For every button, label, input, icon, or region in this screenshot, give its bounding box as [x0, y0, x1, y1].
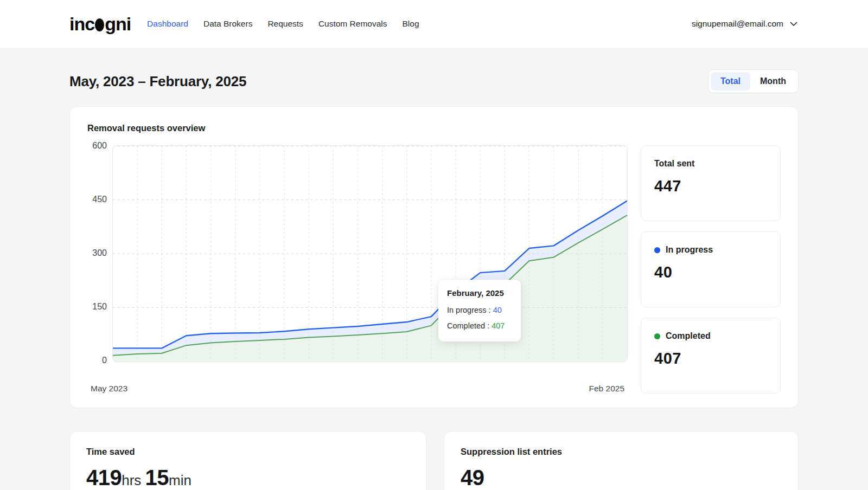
- tooltip-title: February, 2025: [447, 288, 512, 298]
- nav-item-dashboard[interactable]: Dashboard: [147, 19, 188, 29]
- toggle-total-button[interactable]: Total: [711, 72, 750, 91]
- toggle-month-button[interactable]: Month: [750, 72, 796, 91]
- incogni-logo[interactable]: incgni: [69, 14, 131, 35]
- total-month-toggle: Total Month: [708, 69, 799, 93]
- area-chart: [113, 146, 627, 362]
- chart-tooltip: February, 2025 In progress : 40 Complete…: [438, 280, 521, 341]
- logo-text-pre: inc: [69, 14, 94, 35]
- page-title: May, 2023 – February, 2025: [69, 73, 246, 90]
- suppression-list-label: Suppression list entries: [461, 447, 782, 457]
- tooltip-in-progress-value: 40: [493, 306, 502, 314]
- nav-item-custom-removals[interactable]: Custom Removals: [318, 19, 387, 29]
- in-progress-dot-icon: [654, 247, 660, 253]
- chevron-down-icon: [789, 19, 799, 29]
- total-sent-card: Total sent 447: [641, 145, 781, 221]
- stats-column: Total sent 447 In progress 40 Completed …: [641, 145, 781, 394]
- y-axis-labels: 6004503001500: [87, 141, 112, 365]
- in-progress-label: In progress: [666, 245, 713, 255]
- nav-item-blog[interactable]: Blog: [403, 19, 419, 29]
- chart-title: Removal requests overview: [87, 123, 781, 133]
- chart-area: 6004503001500 February, 2025 In progress…: [87, 145, 628, 394]
- x-label-start: May 2023: [91, 384, 127, 394]
- main-nav: Dashboard Data Brokers Requests Custom R…: [147, 19, 419, 29]
- y-tick: 450: [87, 195, 107, 204]
- completed-card: Completed 407: [641, 318, 781, 394]
- total-sent-label: Total sent: [654, 159, 694, 169]
- in-progress-value: 40: [654, 263, 767, 281]
- account-email: signupemail@email.com: [692, 19, 783, 29]
- x-axis-labels: May 2023 Feb 2025: [87, 384, 628, 394]
- completed-dot-icon: [654, 333, 660, 339]
- nav-item-requests[interactable]: Requests: [267, 19, 303, 29]
- removal-requests-card: Removal requests overview 6004503001500 …: [69, 106, 799, 408]
- in-progress-card: In progress 40: [641, 231, 781, 307]
- logo-o-icon: [95, 18, 104, 31]
- logo-text-post: gni: [105, 14, 131, 35]
- suppression-list-value: 49: [461, 466, 782, 490]
- tooltip-in-progress-row: In progress : 40: [447, 302, 512, 318]
- time-saved-card: Time saved 419hrs 15min: [69, 431, 426, 490]
- suppression-list-card: Suppression list entries 49: [444, 431, 799, 490]
- y-tick: 600: [87, 141, 107, 151]
- y-tick: 0: [87, 356, 107, 365]
- tooltip-completed-value: 407: [492, 321, 505, 330]
- total-sent-value: 447: [654, 177, 767, 195]
- y-tick: 150: [87, 302, 107, 312]
- x-label-end: Feb 2025: [589, 384, 625, 394]
- dashboard-page: May, 2023 – February, 2025 Total Month R…: [0, 48, 868, 490]
- time-saved-value: 419hrs 15min: [86, 466, 410, 490]
- title-row: May, 2023 – February, 2025 Total Month: [69, 69, 799, 93]
- chart-plot[interactable]: February, 2025 In progress : 40 Complete…: [112, 145, 628, 370]
- account-menu[interactable]: signupemail@email.com: [692, 19, 799, 29]
- top-navigation-bar: incgni Dashboard Data Brokers Requests C…: [0, 0, 868, 48]
- bottom-cards-row: Time saved 419hrs 15min Suppression list…: [69, 431, 799, 490]
- completed-value: 407: [654, 350, 767, 368]
- y-tick: 300: [87, 248, 107, 258]
- nav-item-data-brokers[interactable]: Data Brokers: [203, 19, 252, 29]
- time-saved-label: Time saved: [86, 447, 410, 457]
- tooltip-completed-row: Completed : 407: [447, 318, 512, 334]
- completed-label: Completed: [666, 331, 711, 341]
